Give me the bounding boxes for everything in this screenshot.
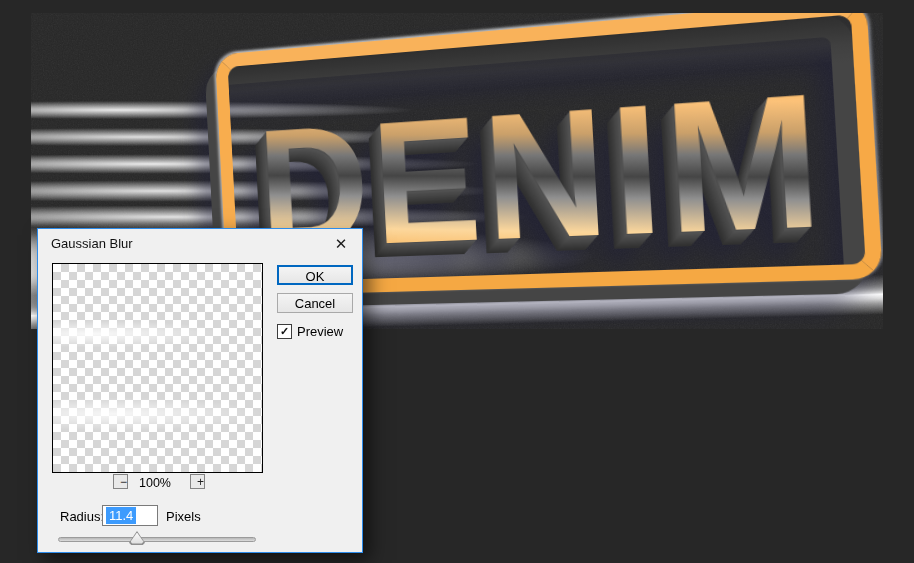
check-icon: ✓: [280, 325, 289, 338]
radius-value-selected: 11.4: [106, 507, 136, 524]
radius-label: Radius:: [60, 509, 104, 524]
blur-preview-pane[interactable]: [52, 263, 263, 473]
radius-input[interactable]: 11.4: [102, 505, 158, 526]
ok-button[interactable]: OK: [277, 265, 353, 285]
radius-slider[interactable]: [58, 530, 256, 548]
close-icon[interactable]: ✕: [320, 229, 362, 258]
zoom-out-button[interactable]: −: [113, 474, 128, 489]
dialog-title: Gaussian Blur: [51, 236, 133, 251]
cancel-button[interactable]: Cancel: [277, 293, 353, 313]
preview-checkbox[interactable]: ✓: [277, 324, 292, 339]
radius-units-label: Pixels: [166, 509, 201, 524]
gaussian-blur-dialog: Gaussian Blur ✕ OK Cancel ✓ Preview − 10…: [37, 228, 363, 553]
zoom-in-button[interactable]: +: [190, 474, 205, 489]
zoom-level: 100%: [132, 476, 178, 490]
slider-track[interactable]: [58, 537, 256, 542]
preview-checkbox-label: Preview: [297, 324, 343, 339]
photoshop-workspace: DENIM DENIM Gaussian Blur ✕ OK Cancel ✓ …: [0, 0, 914, 563]
dialog-titlebar[interactable]: Gaussian Blur ✕: [38, 229, 362, 259]
preview-checkbox-row[interactable]: ✓ Preview: [277, 324, 343, 339]
